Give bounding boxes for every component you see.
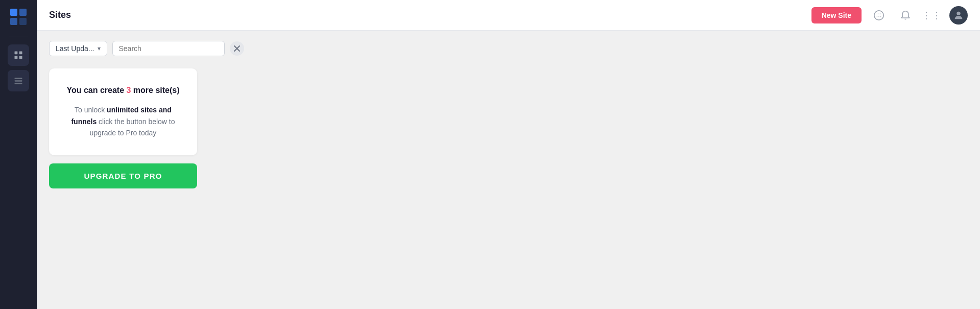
svg-point-13	[878, 13, 879, 14]
sidebar-divider	[9, 36, 28, 36]
svg-rect-1	[19, 9, 27, 16]
card-title-prefix: You can create	[66, 86, 126, 94]
svg-point-14	[880, 13, 881, 14]
help-icon-button[interactable]	[870, 6, 888, 25]
header: Sites New Site ⋮⋮	[37, 0, 980, 31]
card-desc-prefix: To unlock	[75, 106, 107, 114]
notifications-icon-button[interactable]	[896, 6, 915, 25]
content-area: Last Upda... ▾ You can create 3 more sit…	[37, 31, 980, 309]
new-site-button[interactable]: New Site	[811, 7, 862, 23]
toolbar: Last Upda... ▾	[49, 41, 968, 56]
sort-label: Last Upda...	[56, 44, 94, 53]
app-logo[interactable]	[8, 6, 29, 28]
svg-rect-0	[10, 9, 17, 16]
chevron-down-icon: ▾	[98, 45, 101, 52]
upgrade-card: You can create 3 more site(s) To unlock …	[49, 68, 197, 155]
card-title: You can create 3 more site(s)	[63, 85, 183, 96]
sidebar-item-list[interactable]	[8, 70, 29, 91]
svg-rect-8	[15, 78, 22, 79]
grid-menu-icon-button[interactable]: ⋮⋮	[923, 6, 941, 25]
svg-point-17	[880, 16, 881, 17]
card-title-suffix: more site(s)	[131, 86, 179, 94]
sidebar-item-sites[interactable]	[8, 44, 29, 66]
upgrade-to-pro-button[interactable]: UPGRADE TO PRO	[49, 163, 197, 188]
svg-rect-2	[10, 18, 17, 25]
avatar[interactable]	[949, 6, 968, 25]
search-input[interactable]	[119, 44, 218, 53]
svg-point-12	[877, 13, 877, 14]
svg-rect-10	[15, 83, 22, 84]
svg-point-18	[957, 11, 960, 15]
svg-rect-4	[15, 52, 18, 55]
header-actions: New Site ⋮⋮	[811, 6, 968, 25]
svg-rect-3	[19, 18, 27, 25]
svg-rect-7	[19, 56, 22, 59]
page-title: Sites	[49, 10, 71, 20]
svg-rect-6	[15, 56, 18, 59]
svg-rect-9	[15, 80, 22, 82]
svg-rect-5	[19, 52, 22, 55]
sort-dropdown[interactable]: Last Upda... ▾	[49, 41, 107, 56]
main-content: Sites New Site ⋮⋮	[37, 0, 980, 309]
svg-point-16	[878, 16, 879, 17]
card-description: To unlock unlimited sites and funnels cl…	[63, 104, 183, 138]
search-wrapper	[112, 41, 225, 56]
sidebar	[0, 0, 37, 309]
card-desc-suffix: click the button below to upgrade to Pro…	[90, 117, 175, 137]
svg-point-11	[874, 10, 883, 19]
svg-point-15	[877, 16, 877, 17]
clear-search-button[interactable]	[230, 41, 244, 56]
